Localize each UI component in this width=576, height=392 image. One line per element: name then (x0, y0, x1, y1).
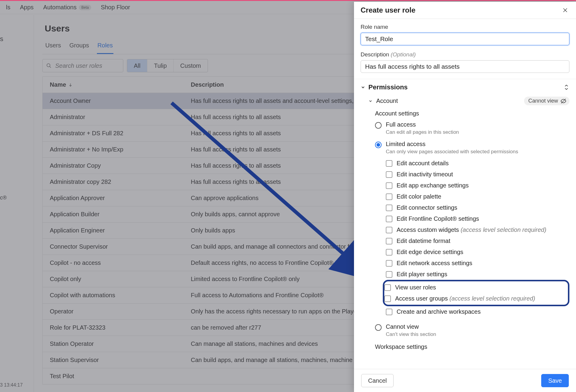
collapse-all-button[interactable] (563, 85, 569, 90)
nav-item-apps[interactable]: Apps (20, 4, 34, 11)
checkbox-edit-connector-settings[interactable]: Edit connector settings (386, 202, 569, 213)
tab-roles[interactable]: Roles (97, 39, 113, 54)
subsection-account-settings: Account settings (361, 107, 569, 119)
checkbox-label: Edit Frontline Copilot® settings (397, 215, 479, 222)
section-account-label: Account (376, 97, 398, 104)
description-input[interactable] (361, 60, 569, 73)
checkbox-label: Edit connector settings (397, 204, 457, 211)
radio-label: Cannot view (386, 323, 419, 330)
checkbox-edit-player-settings[interactable]: Edit player settings (386, 269, 569, 280)
checkbox-input[interactable] (386, 182, 392, 189)
checkbox-view-user-roles[interactable]: View user roles (384, 282, 565, 293)
svg-line-1 (50, 66, 51, 68)
checkbox-input[interactable] (386, 205, 392, 211)
radio-label: Limited access (386, 141, 425, 148)
close-button[interactable] (561, 6, 569, 14)
checkbox-input[interactable] (386, 160, 392, 167)
cell-name: Administrator Copy (50, 162, 191, 169)
description-label: Description (Optional) (361, 51, 569, 58)
cell-name: Account Owner (50, 97, 191, 104)
checkbox-label: Edit color palette (397, 193, 441, 200)
search-input-wrapper[interactable] (42, 59, 123, 72)
svg-point-0 (47, 64, 50, 67)
checkbox-label: View user roles (395, 284, 436, 291)
checkbox-input[interactable] (386, 309, 392, 315)
checkbox-edit-account-details[interactable]: Edit account details (386, 158, 569, 169)
role-name-input[interactable] (361, 33, 569, 45)
gutter-frag-1: s (0, 35, 3, 43)
filter-all[interactable]: All (127, 59, 147, 72)
filter-custom[interactable]: Custom (173, 59, 208, 72)
cancel-button[interactable]: Cancel (361, 374, 394, 387)
radio-label: Full access (386, 121, 416, 128)
section-account[interactable]: Account Cannot view (361, 94, 569, 107)
checkbox-access-custom-widgets[interactable]: Access custom widgets (access level sele… (386, 224, 569, 235)
filter-tulip[interactable]: Tulip (147, 59, 173, 72)
subsection-workspace-settings: Workspace settings (361, 340, 569, 356)
radio-full-access[interactable]: Full access (361, 119, 569, 129)
checkbox-create-and-archive-workspaces[interactable]: Create and archive workspaces (386, 306, 569, 317)
permissions-label: Permissions (368, 83, 408, 91)
checkbox-edit-inactivity-timeout[interactable]: Edit inactivity timeout (386, 169, 569, 180)
checkbox-input[interactable] (386, 271, 392, 278)
checkbox-edit-network-access-settings[interactable]: Edit network access settings (386, 258, 569, 269)
checkbox-input[interactable] (384, 284, 391, 291)
checkbox-edit-frontline-copilot-settings[interactable]: Edit Frontline Copilot® settings (386, 213, 569, 224)
save-button[interactable]: Save (541, 374, 569, 387)
checkbox-input[interactable] (386, 260, 392, 267)
checkbox-label: Edit player settings (397, 271, 447, 278)
checkbox-input[interactable] (384, 295, 391, 302)
checkbox-label: Create and archive workspaces (397, 308, 481, 315)
radio-description: Can only view pages associated with sele… (361, 148, 569, 158)
radio-input[interactable] (375, 122, 382, 129)
tab-groups[interactable]: Groups (69, 39, 90, 54)
checkbox-edit-color-palette[interactable]: Edit color palette (386, 191, 569, 202)
cell-name: Station Supervisor (50, 357, 191, 364)
checkbox-label: Edit edge device settings (397, 249, 463, 256)
gutter-timestamp: 3 13:44:17 (0, 382, 23, 388)
filter-group: AllTulipCustom (127, 59, 208, 72)
annotation-highlight: View user roles Access user groups (acce… (383, 280, 569, 306)
gutter-frag-2: c® (0, 195, 7, 201)
search-icon (46, 63, 52, 68)
nav-item-ls[interactable]: ls (6, 4, 10, 11)
cell-name: Administrator + No Imp/Exp (50, 146, 191, 153)
checkbox-input[interactable] (386, 238, 392, 244)
radio-input[interactable] (375, 324, 382, 331)
tab-users[interactable]: Users (45, 39, 62, 54)
checkbox-input[interactable] (386, 249, 392, 256)
checkbox-input[interactable] (386, 216, 392, 222)
checkbox-edit-edge-device-settings[interactable]: Edit edge device settings (386, 247, 569, 258)
permissions-header[interactable]: Permissions (354, 79, 576, 94)
checkbox-input[interactable] (386, 193, 392, 200)
beta-badge: Beta (79, 5, 91, 10)
cell-name: Administrator + DS Full 282 (50, 130, 191, 137)
search-input[interactable] (55, 62, 119, 70)
radio-input[interactable] (375, 142, 382, 148)
checkbox-edit-app-exchange-settings[interactable]: Edit app exchange settings (386, 180, 569, 191)
radio-cannot-view[interactable]: Cannot view (361, 321, 569, 331)
nav-item-shopfloor[interactable]: Shop Floor (101, 4, 130, 11)
checkbox-input[interactable] (386, 227, 392, 233)
create-role-panel: Create user role Role name Description (… (354, 2, 576, 392)
checkbox-access-user-groups[interactable]: Access user groups (access level selecti… (384, 293, 565, 304)
radio-description: Can edit all pages in this section (361, 129, 569, 138)
chevron-down-icon (564, 88, 568, 90)
nav-item-label: Automations (43, 4, 76, 11)
checkbox-edit-datetime-format[interactable]: Edit datetime format (386, 235, 569, 247)
access-chip[interactable]: Cannot view (524, 97, 569, 105)
col-name[interactable]: Name (50, 81, 191, 88)
permission-checkboxes: Edit account details Edit inactivity tim… (361, 158, 569, 317)
col-name-label: Name (50, 81, 66, 88)
checkbox-label: Access custom widgets (access level sele… (397, 226, 546, 233)
cell-name: Copilot - no access (50, 259, 191, 266)
nav-item-automations[interactable]: Automations Beta (43, 4, 91, 11)
radio-description: Can't view this section (361, 331, 569, 340)
chevron-down-icon (361, 85, 365, 90)
radio-limited-access[interactable]: Limited access (361, 138, 569, 148)
cell-name: Application Approver (50, 195, 191, 202)
panel-title: Create user role (361, 6, 416, 14)
checkbox-label: Edit network access settings (397, 260, 472, 267)
cell-name: Administrator (50, 114, 191, 121)
checkbox-input[interactable] (386, 171, 392, 178)
